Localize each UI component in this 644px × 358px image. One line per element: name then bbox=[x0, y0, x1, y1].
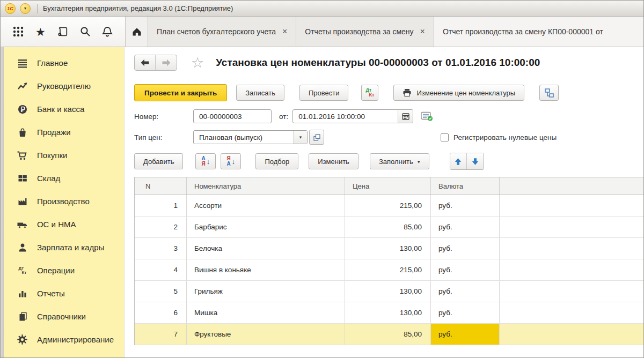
cell-currency[interactable]: руб. bbox=[431, 302, 500, 323]
cell-nomenclature[interactable]: Вишня в коньяке bbox=[187, 259, 345, 280]
cell-price[interactable]: 85,00 bbox=[345, 217, 431, 237]
tab-otchet-proizvodstva-kp[interactable]: Отчет производства за смену КП00-000001 … bbox=[434, 17, 643, 47]
cell-price[interactable]: 215,00 bbox=[345, 259, 431, 280]
cell-nomenclature[interactable]: Фруктовые bbox=[187, 324, 345, 345]
sort-ascending-button[interactable]: АЯ ↓ bbox=[195, 153, 216, 169]
main-menu-button[interactable]: ▼ bbox=[20, 3, 31, 14]
column-header-nomenclature[interactable]: Номенклатура bbox=[187, 177, 345, 195]
calendar-button[interactable] bbox=[398, 110, 413, 123]
close-icon[interactable]: × bbox=[420, 28, 425, 35]
cell-number[interactable]: 7 bbox=[135, 324, 187, 345]
cell-currency[interactable]: руб. bbox=[431, 324, 500, 345]
table-row[interactable]: 4 Вишня в коньяке 215,00 руб. bbox=[135, 259, 643, 281]
favorite-star-icon[interactable]: ☆ bbox=[191, 56, 204, 70]
column-header-price[interactable]: Цена bbox=[345, 177, 431, 195]
sidebar-item-spravochniki[interactable]: Справочники bbox=[4, 305, 124, 328]
column-header-currency[interactable]: Валюта bbox=[431, 177, 500, 195]
cell-number[interactable]: 4 bbox=[135, 259, 187, 280]
sidebar-item-bank-i-kassa[interactable]: Банк и касса bbox=[4, 98, 124, 121]
apps-menu-icon[interactable] bbox=[11, 25, 25, 39]
move-up-button[interactable] bbox=[450, 153, 467, 169]
print-price-change-button[interactable]: Изменение цен номенклатуры bbox=[393, 85, 524, 101]
price-type-value[interactable]: Плановая (выпуск) bbox=[194, 131, 294, 144]
close-icon[interactable]: × bbox=[282, 28, 287, 35]
price-type-combo[interactable]: Плановая (выпуск) ▾ bbox=[193, 130, 308, 144]
register-zero-prices-checkbox[interactable] bbox=[441, 133, 449, 141]
cell-nomenclature[interactable]: Грильяж bbox=[187, 281, 345, 302]
structure-of-subordination-button[interactable] bbox=[539, 85, 559, 101]
favorites-icon[interactable]: ★ bbox=[34, 25, 48, 39]
fill-dropdown-button[interactable]: Заполнить▾ bbox=[370, 153, 429, 169]
cell-price[interactable]: 130,00 bbox=[345, 281, 431, 302]
cell-currency[interactable]: руб. bbox=[431, 259, 500, 280]
table-row[interactable]: 3 Белочка 130,00 руб. bbox=[135, 238, 643, 259]
sidebar-item-pokupki[interactable]: Покупки bbox=[4, 144, 124, 167]
tab-plan-schetov[interactable]: План счетов бухгалтерского учета × bbox=[148, 17, 296, 47]
edit-button[interactable]: Изменить bbox=[309, 153, 358, 169]
sidebar-item-os-i-nma[interactable]: ОС и НМА bbox=[4, 213, 124, 236]
add-row-button[interactable]: Добавить bbox=[134, 153, 183, 169]
cell-price[interactable]: 130,00 bbox=[345, 238, 431, 259]
sort-descending-button[interactable]: ЯА ↓ bbox=[221, 153, 241, 169]
sidebar-item-prodazhi[interactable]: Продажи bbox=[4, 121, 124, 144]
cell-price[interactable]: 215,00 bbox=[345, 195, 431, 216]
cell-nomenclature[interactable]: Белочка bbox=[187, 238, 345, 259]
chevron-down-icon[interactable]: ▾ bbox=[294, 131, 307, 144]
cell-number[interactable]: 6 bbox=[135, 302, 187, 323]
back-button[interactable] bbox=[135, 55, 156, 70]
page-title: Установка цен номенклатуры 00-00000003 о… bbox=[216, 57, 540, 69]
cell-currency[interactable]: руб. bbox=[431, 238, 500, 259]
pick-button[interactable]: Подбор bbox=[255, 153, 298, 169]
sidebar-item-zarplata-i-kadry[interactable]: Зарплата и кадры bbox=[4, 236, 124, 259]
cell-number[interactable]: 3 bbox=[135, 238, 187, 259]
history-icon[interactable] bbox=[56, 25, 70, 39]
cell-currency[interactable]: руб. bbox=[431, 217, 500, 237]
date-input[interactable]: 01.01.2016 10:00:00 bbox=[293, 110, 398, 123]
cell-number[interactable]: 2 bbox=[135, 217, 187, 237]
save-button[interactable]: Записать bbox=[236, 85, 284, 101]
sidebar-item-sklad[interactable]: Склад bbox=[4, 167, 124, 190]
sidebar-item-glavnoe[interactable]: Главное bbox=[4, 51, 124, 74]
tab-otchety-proizvodstva[interactable]: Отчеты производства за смену × bbox=[296, 17, 434, 47]
ruble-coin-icon bbox=[16, 104, 30, 115]
cell-number[interactable]: 5 bbox=[135, 281, 187, 302]
gear-icon bbox=[16, 334, 30, 345]
sidebar-item-operacii[interactable]: ДтКт Операции bbox=[4, 259, 124, 282]
forward-button[interactable] bbox=[156, 55, 177, 70]
table-row[interactable]: 2 Барбарис 85,00 руб. bbox=[135, 217, 643, 238]
sidebar-item-otchety[interactable]: Отчеты bbox=[4, 282, 124, 305]
cell-currency[interactable]: руб. bbox=[431, 281, 500, 302]
cell-nomenclature[interactable]: Барбарис bbox=[187, 217, 345, 237]
table-row[interactable]: 5 Грильяж 130,00 руб. bbox=[135, 281, 643, 302]
top-bar: ★ План счетов бу bbox=[1, 17, 643, 47]
bar-chart-icon bbox=[16, 288, 30, 299]
number-input[interactable]: 00-00000003 bbox=[193, 109, 272, 123]
notifications-icon[interactable] bbox=[100, 25, 114, 39]
cell-currency[interactable]: руб. bbox=[431, 195, 500, 216]
search-icon[interactable] bbox=[78, 25, 92, 39]
cell-filler bbox=[500, 302, 643, 323]
cell-price[interactable]: 85,00 bbox=[345, 324, 431, 345]
cell-number[interactable]: 1 bbox=[135, 195, 187, 216]
titlebar-divider bbox=[37, 4, 38, 13]
document-actions: Провести и закрыть Записать Провести ДтК… bbox=[134, 84, 643, 101]
table-row[interactable]: 6 Мишка 130,00 руб. bbox=[135, 302, 643, 324]
post-button[interactable]: Провести bbox=[299, 85, 349, 101]
sidebar-item-label: Продажи bbox=[37, 128, 71, 137]
table-row[interactable]: 7 Фруктовые 85,00 руб. bbox=[135, 324, 643, 345]
table-row[interactable]: 1 Ассорти 215,00 руб. bbox=[135, 195, 643, 217]
column-header-n[interactable]: N bbox=[135, 177, 187, 195]
sidebar-item-rukovoditelyu[interactable]: Руководителю bbox=[4, 74, 124, 98]
sidebar-item-administrirovanie[interactable]: Администрирование bbox=[4, 328, 124, 351]
open-price-type-button[interactable] bbox=[309, 130, 324, 145]
sidebar-item-proizvodstvo[interactable]: Производство bbox=[4, 190, 124, 213]
document-nav-row: ☆ Установка цен номенклатуры 00-00000003… bbox=[134, 54, 643, 71]
books-icon bbox=[16, 311, 30, 322]
post-and-close-button[interactable]: Провести и закрыть bbox=[134, 84, 227, 101]
cell-nomenclature[interactable]: Ассорти bbox=[187, 195, 345, 216]
show-postings-button[interactable]: ДтКт bbox=[361, 85, 378, 101]
home-button[interactable] bbox=[126, 17, 148, 47]
cell-nomenclature[interactable]: Мишка bbox=[187, 302, 345, 323]
move-down-button[interactable] bbox=[467, 153, 484, 169]
cell-price[interactable]: 130,00 bbox=[345, 302, 431, 323]
